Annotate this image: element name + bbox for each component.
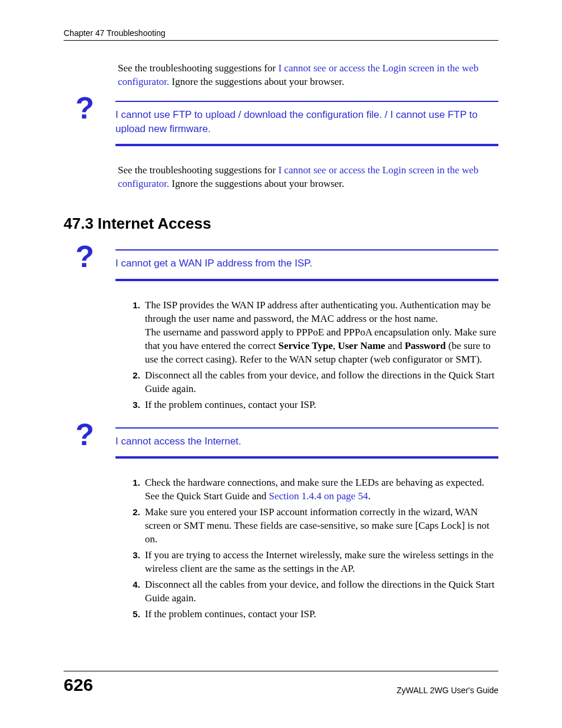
troubleshoot-box: I cannot use FTP to upload / download th… [115, 101, 498, 147]
page-footer: 626 ZyWALL 2WG User's Guide [64, 671, 498, 695]
text: See the troubleshooting suggestions for [118, 62, 278, 74]
text: See the troubleshooting suggestions for [118, 164, 278, 176]
troubleshoot-box: I cannot get a WAN IP address from the I… [115, 249, 498, 281]
link-section-ref[interactable]: Section 1.4.4 on page 54 [269, 490, 368, 502]
bold-text: User Name [338, 340, 385, 351]
troubleshoot-title: I cannot access the Internet. [115, 434, 498, 449]
text: Ignore the suggestions about your browse… [169, 178, 344, 189]
list-item: If the problem continues, contact your I… [143, 608, 498, 621]
troubleshoot-block: ? I cannot get a WAN IP address from the… [80, 249, 498, 281]
list-item: The ISP provides the WAN IP address afte… [143, 299, 498, 367]
text: The ISP provides the WAN IP address afte… [145, 299, 491, 324]
list-item: If the problem continues, contact your I… [143, 398, 498, 412]
guide-name: ZyWALL 2WG User's Guide [396, 686, 498, 695]
list-item: Disconnect all the cables from your devi… [143, 578, 498, 605]
question-mark-icon: ? [75, 93, 94, 123]
list-item: Check the hardware connections, and make… [143, 476, 498, 503]
paragraph: See the troubleshooting suggestions for … [118, 164, 498, 191]
list-item: If you are trying to access the Internet… [143, 549, 498, 576]
text: . [368, 490, 371, 502]
list-item: Make sure you entered your ISP account i… [143, 506, 498, 546]
section-heading: 47.3 Internet Access [64, 215, 498, 233]
ordered-list: The ISP provides the WAN IP address afte… [130, 299, 498, 412]
troubleshoot-block: ? I cannot access the Internet. [80, 427, 498, 459]
text: Ignore the suggestions about your browse… [169, 76, 344, 87]
ordered-list: Check the hardware connections, and make… [130, 476, 498, 621]
text: and [385, 340, 405, 351]
chapter-header: Chapter 47 Troubleshooting [64, 28, 498, 41]
page-number: 626 [64, 675, 93, 695]
paragraph: See the troubleshooting suggestions for … [118, 62, 498, 89]
troubleshoot-box: I cannot access the Internet. [115, 427, 498, 459]
bold-text: Password [405, 340, 446, 351]
bold-text: Service Type [279, 340, 333, 351]
troubleshoot-title: I cannot get a WAN IP address from the I… [115, 256, 498, 271]
question-mark-icon: ? [75, 419, 94, 450]
troubleshoot-block: ? I cannot use FTP to upload / download … [80, 101, 498, 147]
list-item: Disconnect all the cables from your devi… [143, 369, 498, 396]
question-mark-icon: ? [75, 241, 94, 272]
troubleshoot-title: I cannot use FTP to upload / download th… [115, 108, 498, 136]
